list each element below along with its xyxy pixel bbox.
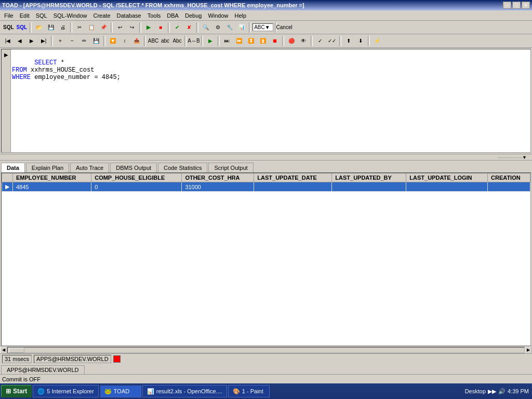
menu-create[interactable]: Create bbox=[90, 11, 114, 20]
tb2-step4[interactable]: ⏫ bbox=[257, 35, 269, 47]
tb2-misc8[interactable]: ⬇ bbox=[355, 35, 366, 47]
toolbar-dropdown[interactable]: ABC▼ bbox=[252, 23, 273, 31]
tb-stop[interactable]: ■ bbox=[155, 22, 166, 33]
tb-print[interactable]: 🖨 bbox=[57, 22, 69, 33]
tab-dbms-output[interactable]: DBMS Output bbox=[110, 163, 157, 172]
col-creation[interactable]: CREATION bbox=[488, 174, 530, 182]
scroll-thumb[interactable] bbox=[9, 348, 24, 353]
tb2-misc9[interactable]: ⚡ bbox=[371, 35, 383, 47]
tb2-misc4[interactable]: abc bbox=[159, 35, 171, 47]
taskbar-paint[interactable]: 🎨 1 - Paint bbox=[228, 385, 270, 397]
tb2-misc3[interactable]: ABC bbox=[148, 35, 159, 47]
cell-employee-number: 4845 bbox=[13, 182, 91, 192]
tab-code-statistics[interactable]: Code Statistics bbox=[158, 163, 207, 172]
menu-debug[interactable]: Debug bbox=[182, 11, 205, 20]
sep-15 bbox=[282, 36, 284, 46]
tb-open[interactable]: 📂 bbox=[33, 22, 45, 33]
results-area[interactable]: EMPLOYEE_NUMBER COMP_HOUSE_ELIGIBLE OTHE… bbox=[1, 172, 531, 346]
menu-file[interactable]: File bbox=[1, 11, 17, 20]
scroll-left[interactable]: ◀ bbox=[0, 347, 7, 354]
tb2-step3[interactable]: ⏬ bbox=[245, 35, 257, 47]
tb2-first[interactable]: |◀ bbox=[2, 35, 14, 47]
tb-misc1[interactable]: 🔧 bbox=[224, 22, 235, 33]
minimize-button[interactable]: − bbox=[503, 2, 511, 9]
tb-schema[interactable]: 🔍 bbox=[200, 22, 211, 33]
menu-window[interactable]: Window bbox=[205, 11, 231, 20]
col-last-update-date[interactable]: LAST_UPDATE_DATE bbox=[254, 174, 332, 182]
tab-data[interactable]: Data bbox=[1, 163, 25, 172]
menu-tools[interactable]: Tools bbox=[144, 11, 164, 20]
menu-sql[interactable]: SQL bbox=[33, 11, 50, 20]
row-indicator: ▶ bbox=[2, 182, 13, 192]
close-button[interactable]: ✕ bbox=[522, 2, 530, 9]
cell-other-cost-hra: 31000 bbox=[182, 182, 254, 192]
table-row[interactable]: ▶ 4845 0 31000 bbox=[2, 182, 530, 192]
col-last-update-login[interactable]: LAST_UPDATE_LOGIN bbox=[406, 174, 488, 182]
sql-content[interactable]: SELECT * FROM xxhrms_HOUSE_cost WHERE em… bbox=[12, 52, 530, 88]
h-scrollbar[interactable]: ◀ ▶ bbox=[0, 346, 532, 353]
tb2-add[interactable]: + bbox=[55, 35, 66, 47]
tb-commit[interactable]: ✔ bbox=[171, 22, 183, 33]
tb2-check[interactable]: ✓ bbox=[314, 35, 326, 47]
tb2-breakpt[interactable]: 🔴 bbox=[286, 35, 297, 47]
tb2-run2[interactable]: ▶ bbox=[205, 35, 216, 47]
oo-label: result2.xls - OpenOffice.... bbox=[156, 388, 222, 394]
tb-explain[interactable]: ⚙ bbox=[212, 22, 223, 33]
tb-copy[interactable]: 📋 bbox=[86, 22, 97, 33]
menu-dba[interactable]: DBA bbox=[164, 11, 182, 20]
tb-run[interactable]: ▶ bbox=[143, 22, 154, 33]
tb-cancel[interactable]: Cancel bbox=[278, 22, 290, 33]
taskbar-ie[interactable]: 🌐 5 Internet Explorer bbox=[33, 385, 99, 397]
tb2-misc5[interactable]: Abc bbox=[171, 35, 183, 47]
tb-save[interactable]: 💾 bbox=[45, 22, 57, 33]
taskbar-openoffice[interactable]: 📊 result2.xls - OpenOffice.... bbox=[142, 385, 227, 397]
tb2-misc6[interactable]: A↔B bbox=[188, 35, 200, 47]
maximize-button[interactable]: □ bbox=[512, 2, 521, 9]
col-employee-number[interactable]: EMPLOYEE_NUMBER bbox=[13, 174, 91, 182]
tab-auto-trace[interactable]: Auto Trace bbox=[70, 163, 109, 172]
tb-rollback[interactable]: ✘ bbox=[183, 22, 195, 33]
sep-3 bbox=[111, 22, 113, 33]
toolbar-1: SQL SQL 📂 💾 🖨 ✂ 📋 📌 ↩ ↪ ▶ ■ ✔ ✘ 🔍 ⚙ 🔧 📊 … bbox=[0, 21, 532, 34]
conn-tab[interactable]: APPS@HRMSDEV.WORLD bbox=[1, 365, 85, 374]
tb2-edit[interactable]: ✏ bbox=[78, 35, 90, 47]
tb2-step[interactable]: ⏭ bbox=[221, 35, 233, 47]
scroll-arrow-right[interactable]: ▼ bbox=[522, 155, 527, 160]
tb-paste[interactable]: 📌 bbox=[98, 22, 109, 33]
menu-help[interactable]: Help bbox=[232, 11, 250, 20]
col-comp-house-eligible[interactable]: COMP_HOUSE_ELIGIBLE bbox=[91, 174, 182, 182]
tb2-last[interactable]: ▶| bbox=[38, 35, 49, 47]
tb-misc2[interactable]: 📊 bbox=[236, 22, 247, 33]
tb2-sort[interactable]: ↕ bbox=[119, 35, 130, 47]
tb2-next[interactable]: ▶ bbox=[26, 35, 37, 47]
tb2-filter[interactable]: 🔽 bbox=[107, 35, 118, 47]
tb2-prev[interactable]: ◀ bbox=[14, 35, 25, 47]
taskbar-toad[interactable]: 🐸 TOAD bbox=[100, 385, 141, 397]
tb2-step2[interactable]: ⏩ bbox=[233, 35, 245, 47]
menu-sql-window[interactable]: SQL-Window bbox=[50, 11, 90, 20]
tb2-export[interactable]: 📤 bbox=[131, 35, 142, 47]
tb2-misc7[interactable]: ⬆ bbox=[343, 35, 354, 47]
col-last-updated-by[interactable]: LAST_UPDATED_BY bbox=[332, 174, 406, 182]
desktop-arrows[interactable]: ▶▶ bbox=[488, 388, 496, 395]
sql-editor[interactable]: ▶ SELECT * FROM xxhrms_HOUSE_cost WHERE … bbox=[1, 49, 531, 153]
col-other-cost-hra[interactable]: OTHER_COST_HRA bbox=[182, 174, 254, 182]
tb2-check2[interactable]: ✓✓ bbox=[326, 35, 338, 47]
tb-redo[interactable]: ↪ bbox=[126, 22, 138, 33]
scroll-track[interactable] bbox=[7, 347, 525, 353]
tb2-stop2[interactable]: ⏹ bbox=[269, 35, 281, 47]
start-button[interactable]: ⊞ Start bbox=[1, 385, 32, 397]
editor-scrollbar[interactable]: ··················· ▼ bbox=[0, 154, 532, 160]
tb2-delete[interactable]: − bbox=[66, 35, 78, 47]
tb-cut[interactable]: ✂ bbox=[74, 22, 85, 33]
tb2-save2[interactable]: 💾 bbox=[90, 35, 102, 47]
tab-explain-plan[interactable]: Explain Plan bbox=[26, 163, 69, 172]
title-bar: TOAD - [APPS@HRMSDEV.WORLD - SQL /SELECT… bbox=[0, 0, 532, 10]
menu-database[interactable]: Database bbox=[114, 11, 144, 20]
tb-undo[interactable]: ↩ bbox=[114, 22, 126, 33]
scroll-right[interactable]: ▶ bbox=[525, 347, 532, 354]
menu-edit[interactable]: Edit bbox=[17, 11, 33, 20]
tab-script-output[interactable]: Script Output bbox=[208, 163, 253, 172]
desktop-label: Desktop bbox=[465, 388, 486, 394]
tb2-watch[interactable]: 👁 bbox=[298, 35, 309, 47]
